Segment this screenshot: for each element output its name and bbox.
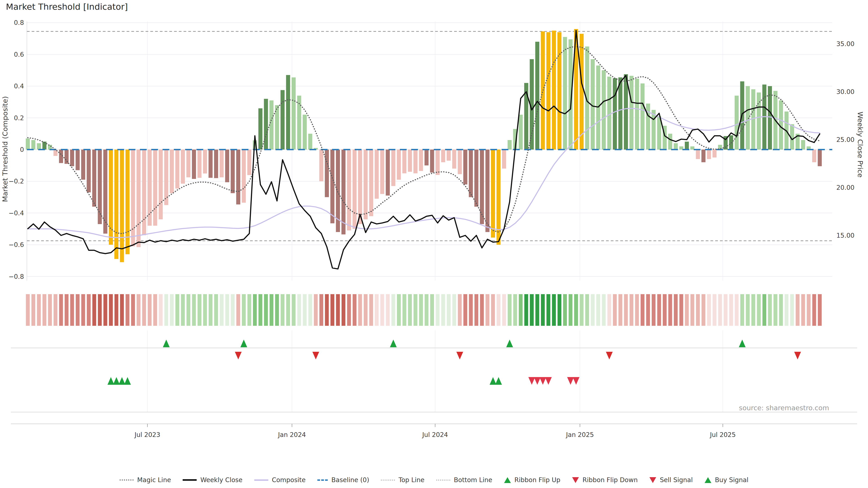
ribbon-week-31 [197,294,202,326]
ribbon-week-86 [502,294,506,326]
bar-week-70 [413,150,417,173]
ribbon-week-35 [220,294,223,326]
bar-week-35 [220,150,224,177]
ribbon-week-109 [629,294,633,326]
ribbon-week-116 [669,294,672,326]
ribbon-week-58 [347,294,351,326]
bar-week-50 [303,115,307,150]
magic-line [28,46,820,234]
triangle-down-icon [649,477,656,483]
ribbon-week-24 [159,294,163,326]
ribbon-week-13 [98,294,102,326]
bar-week-71 [419,150,423,171]
x-tick-label: Jul 2024 [422,431,448,438]
bar-week-34 [214,150,218,178]
bar-week-39 [242,150,246,203]
ribbon-week-136 [779,294,783,326]
ribbon-week-72 [425,294,429,326]
bar-week-15 [109,150,113,245]
legend-item-bottom-line: Bottom Line [436,476,492,484]
bar-week-109 [629,76,633,150]
ribbon-week-71 [419,294,423,326]
ribbon-flip-up-marker [163,339,170,347]
ribbon-week-97 [563,294,567,326]
legend-label: Weekly Close [200,476,242,484]
ribbon-week-113 [652,294,655,326]
bar-week-117 [674,143,678,150]
bar-week-61 [364,150,368,219]
ribbon-week-114 [657,294,661,326]
ribbon-week-73 [430,294,434,326]
x-tick-label: Jan 2024 [278,431,306,438]
ribbon-week-99 [574,294,578,326]
x-tick-label: Jul 2025 [710,431,736,438]
ribbon-week-52 [314,294,318,326]
ribbon-week-80 [469,294,473,326]
bar-week-37 [231,150,235,193]
bar-week-106 [613,78,617,150]
ribbon-week-49 [297,294,301,326]
ribbon-week-131 [751,294,755,326]
bar-week-64 [380,150,384,194]
ribbon-week-66 [392,294,395,326]
source-attribution: source: sharemaestro.com [739,404,829,412]
left-tick-label: 0 [20,146,24,153]
bar-week-20 [136,150,141,247]
ribbon-week-115 [663,294,666,326]
ribbon-week-44 [270,294,274,326]
line-swatch-icon [436,480,450,481]
ribbon-week-54 [325,294,329,326]
ribbon-week-104 [602,294,606,326]
ribbon-week-126 [724,294,727,326]
ribbon-week-37 [231,294,235,326]
ribbon-week-92 [535,294,539,326]
bar-week-83 [486,150,490,232]
right-tick-label: 15.00 [836,232,855,239]
bar-week-26 [170,150,174,193]
bar-week-24 [159,150,163,219]
bar-week-113 [652,110,656,150]
ribbon-week-46 [281,294,285,326]
bar-week-62 [369,150,373,216]
bar-week-53 [319,150,323,181]
ribbon-week-79 [463,294,467,326]
ribbon-week-75 [441,294,445,326]
ribbon-week-93 [541,294,545,326]
ribbon-week-27 [176,294,179,326]
bar-week-110 [635,78,639,150]
ribbon-week-28 [181,294,185,326]
ribbon-week-95 [552,294,556,326]
bar-week-124 [712,150,717,158]
ribbon-week-55 [331,294,334,326]
ribbon-week-124 [713,294,717,326]
triangle-up-icon [504,477,511,483]
ribbon-week-67 [397,294,401,326]
ribbon-week-60 [358,294,362,326]
left-tick-label: 0.6 [14,51,24,58]
bar-week-51 [308,134,312,150]
ribbon-flip-down-marker [606,352,613,359]
legend-item-buy-signal: Buy Signal [705,476,748,484]
bar-week-58 [347,150,351,230]
legend-label: Buy Signal [715,476,748,484]
right-tick-label: 30.00 [836,88,855,96]
ribbon-week-143 [818,294,822,326]
bar-week-1 [31,140,35,150]
ribbon-week-85 [497,294,500,326]
bar-week-8 [70,150,74,166]
buy-signal-marker [490,377,496,385]
bar-week-47 [286,75,290,150]
ribbon-week-117 [674,294,678,326]
ribbon-week-53 [319,294,323,326]
threshold-bars [26,29,822,262]
bar-week-31 [197,150,202,178]
ribbon-week-6 [59,294,63,326]
ribbon-flip-down-marker [235,352,242,359]
bar-week-19 [131,150,135,246]
bar-week-82 [480,150,484,224]
legend-label: Ribbon Flip Down [583,476,638,484]
bar-week-111 [641,84,645,150]
bar-week-140 [801,140,805,150]
ribbon-week-129 [740,294,744,326]
ribbon-week-89 [519,294,523,326]
